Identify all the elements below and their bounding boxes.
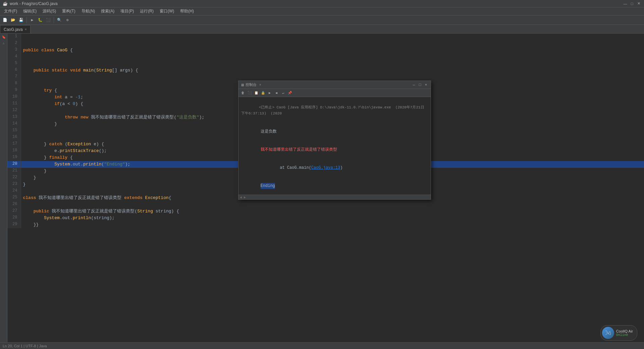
- menu-window[interactable]: 窗口(W): [157, 8, 177, 15]
- cooliq-info: CoolIQ Air Online: [616, 329, 633, 337]
- menu-navigate[interactable]: 导航(N): [79, 8, 98, 15]
- table-row: 2: [7, 40, 644, 47]
- console-tab-close[interactable]: ×: [259, 83, 261, 87]
- table-row: 7: [7, 74, 644, 81]
- menu-run[interactable]: 运行(R): [137, 8, 156, 15]
- table-row: 5: [7, 60, 644, 67]
- console-stop-btn[interactable]: ⬛: [247, 90, 253, 96]
- toolbar-sep1: [26, 17, 27, 23]
- title-bar: ☕ work - Fnag/src/CaoG.java — □ ✕: [0, 0, 644, 7]
- console-title-label: 控制台: [246, 82, 257, 87]
- cooliq-avatar: 🌬: [602, 327, 614, 339]
- left-gutter: 🔖 ⚠: [0, 34, 7, 342]
- tab-label: CaoG.java: [4, 27, 23, 32]
- console-scroll-lock-btn[interactable]: 🔒: [260, 90, 266, 96]
- minimize-button[interactable]: —: [623, 1, 628, 6]
- status-bar: Ln 20, Col 1 | UTF-8 | Java: [0, 342, 644, 349]
- console-ending-highlight: Ending: [261, 183, 275, 189]
- console-close-btn[interactable]: ×: [423, 82, 429, 88]
- console-maximize-btn[interactable]: □: [417, 82, 423, 88]
- app-icon: ☕: [3, 1, 8, 6]
- console-title-bar: 🖥 控制台 × — □ ×: [238, 81, 431, 89]
- table-row: 29 }}: [7, 221, 644, 228]
- console-hscroll-track: ◀ ▶: [240, 195, 246, 199]
- toolbar-debug[interactable]: 🐛: [37, 16, 44, 24]
- console-output-line3: at CaoG.main(CaoG.java:13): [241, 159, 428, 177]
- console-prev-btn[interactable]: ◀: [273, 90, 279, 96]
- toolbar: 📄 📂 💾 ▶ 🐛 ⬛ 🔍 ⚙: [0, 15, 644, 25]
- console-panel: 🖥 控制台 × — □ × 🗑 ⬛ 📋 🔒 ▶ ◀ ↵ 📌 <已终止> Cao: [238, 81, 431, 200]
- menu-bar: 文件(F) 编辑(E) 源码(S) 重构(T) 导航(N) 搜索(A) 项目(P…: [0, 7, 644, 15]
- cooliq-name: CoolIQ Air: [616, 329, 633, 333]
- console-pin-btn[interactable]: 📌: [287, 90, 293, 96]
- editor-tab-caog[interactable]: CaoG.java ×: [0, 25, 31, 33]
- toolbar-run[interactable]: ▶: [29, 16, 36, 24]
- table-row: 26: [7, 201, 644, 208]
- console-word-wrap-btn[interactable]: ↵: [280, 90, 286, 96]
- table-row: 28 System.out.println(string);: [7, 215, 644, 221]
- table-row: 6 public static void main(String[] args)…: [7, 67, 644, 74]
- toolbar-settings[interactable]: ⚙: [64, 16, 71, 24]
- toolbar-open[interactable]: 📂: [9, 16, 17, 24]
- table-row: 4: [7, 54, 644, 60]
- menu-file[interactable]: 文件(F): [1, 8, 20, 15]
- console-title-left: 🖥 控制台 ×: [240, 82, 261, 87]
- gutter-icon-2: ⚠: [1, 41, 6, 46]
- table-row: 3 public class CaoG {: [7, 47, 644, 54]
- tab-close-button[interactable]: ×: [25, 28, 27, 31]
- tab-bar: CaoG.java ×: [0, 25, 644, 34]
- table-row: 27 public 我不知道哪里出错了反正就是错了错误类型(String str…: [7, 208, 644, 215]
- close-button[interactable]: ✕: [636, 1, 641, 6]
- maximize-button[interactable]: □: [629, 1, 635, 6]
- cooliq-status: Online: [616, 333, 633, 337]
- console-icon: 🖥: [240, 83, 244, 87]
- gutter-icon-1: 🔖: [1, 35, 6, 40]
- window-title: work - Fnag/src/CaoG.java: [10, 1, 58, 6]
- status-text: Ln 20, Col 1 | UTF-8 | Java: [3, 344, 47, 348]
- toolbar-sep2: [54, 17, 54, 23]
- console-output-line1: 这是负数: [241, 122, 428, 141]
- console-title-controls[interactable]: — □ ×: [411, 82, 429, 88]
- console-content[interactable]: <已终止> CaoG [Java 应用程序] D:\Java\jdk-11.0.…: [238, 97, 431, 195]
- console-ending-line: Ending: [241, 177, 428, 195]
- menu-search[interactable]: 搜索(A): [98, 8, 117, 15]
- table-row: 1: [7, 34, 644, 40]
- console-stack-link[interactable]: CaoG.java:13: [311, 165, 340, 170]
- toolbar-stop[interactable]: ⬛: [45, 16, 52, 24]
- cooliq-widget[interactable]: 🌬 CoolIQ Air Online: [600, 325, 637, 341]
- menu-edit[interactable]: 编辑(E): [20, 8, 39, 15]
- title-bar-controls[interactable]: — □ ✕: [623, 1, 641, 6]
- menu-project[interactable]: 项目(P): [118, 8, 137, 15]
- console-next-btn[interactable]: ▶: [267, 90, 273, 96]
- console-clear-btn[interactable]: 🗑: [240, 90, 246, 96]
- console-copy-btn[interactable]: 📋: [253, 90, 259, 96]
- menu-help[interactable]: 帮助(H): [177, 8, 197, 15]
- console-toolbar: 🗑 ⬛ 📋 🔒 ▶ ◀ ↵ 📌: [238, 89, 431, 97]
- title-bar-left: ☕ work - Fnag/src/CaoG.java: [3, 1, 58, 6]
- toolbar-new[interactable]: 📄: [1, 16, 9, 24]
- toolbar-save[interactable]: 💾: [17, 16, 25, 24]
- main-container: 🔖 ⚠ 1 2 3 public class CaoG { 4 5: [0, 34, 644, 349]
- menu-source[interactable]: 源码(S): [40, 8, 59, 15]
- toolbar-search[interactable]: 🔍: [56, 16, 63, 24]
- menu-refactor[interactable]: 重构(T): [59, 8, 78, 15]
- console-minimize-btn[interactable]: —: [411, 82, 417, 88]
- console-hscroll[interactable]: ◀ ▶: [238, 195, 431, 199]
- console-output-line2: 我不知道哪里出错了反正就是错了错误类型: [241, 141, 428, 159]
- console-cmd-line: <已终止> CaoG [Java 应用程序] D:\Java\jdk-11.0.…: [241, 98, 428, 122]
